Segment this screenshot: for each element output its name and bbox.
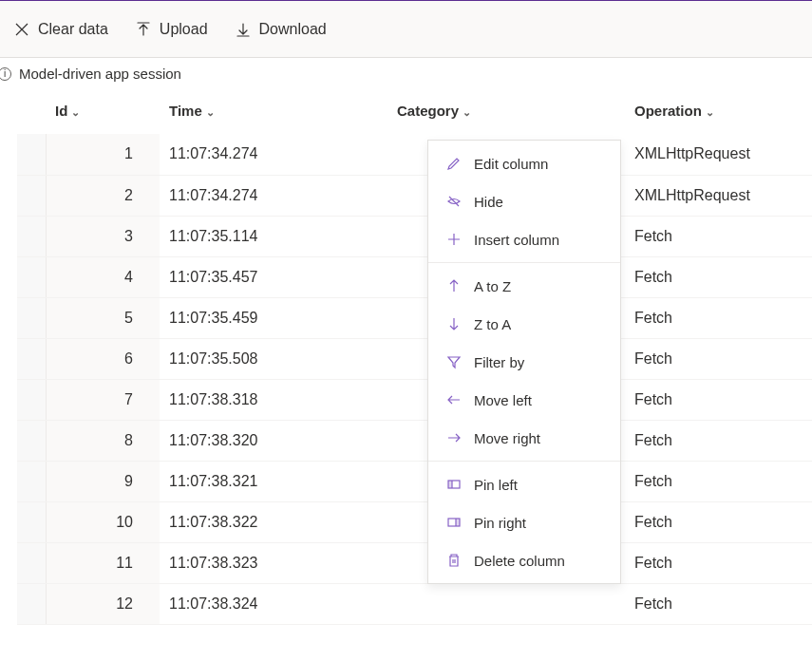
row-gutter	[17, 379, 46, 420]
table-row[interactable]: 111:07:34.274XMLHttpRequest	[17, 134, 812, 175]
row-gutter	[17, 338, 46, 379]
download-label: Download	[259, 21, 327, 38]
cell-time: 11:07:34.274	[160, 175, 387, 216]
table-row[interactable]: 411:07:35.457Fetch	[17, 256, 812, 297]
menu-insert-column[interactable]: Insert column	[428, 220, 620, 258]
upload-button[interactable]: Upload	[135, 21, 208, 38]
cell-id: 1	[46, 134, 160, 175]
menu-pin-left[interactable]: Pin left	[428, 465, 620, 503]
cell-time: 11:07:38.320	[160, 420, 387, 461]
cell-operation: Fetch	[625, 379, 812, 420]
cell-time: 11:07:34.274	[160, 134, 387, 175]
data-table: Id⌄ Time⌄ Category⌄ Operation⌄ 111:07:34…	[17, 89, 812, 625]
col-header-id[interactable]: Id⌄	[46, 89, 160, 134]
cell-id: 2	[46, 175, 160, 216]
row-gutter	[17, 175, 46, 216]
subheader: i Model-driven app session	[0, 58, 812, 89]
svg-rect-1	[448, 481, 452, 488]
menu-filter-by[interactable]: Filter by	[428, 343, 620, 381]
upload-label: Upload	[160, 21, 208, 38]
menu-label: Pin left	[474, 477, 518, 493]
clear-data-button[interactable]: Clear data	[13, 21, 108, 38]
menu-label: Move right	[474, 430, 540, 446]
cell-id: 5	[46, 297, 160, 338]
table-row[interactable]: 1011:07:38.322Fetch	[17, 501, 812, 542]
download-button[interactable]: Download	[235, 21, 327, 38]
chevron-down-icon: ⌄	[706, 106, 714, 119]
menu-edit-column[interactable]: Edit column	[428, 144, 620, 182]
menu-label: Move left	[474, 392, 532, 408]
cell-id: 9	[46, 461, 160, 501]
table-row[interactable]: 211:07:34.274XMLHttpRequest	[17, 175, 812, 216]
toolbar: Clear data Upload Download	[0, 1, 812, 58]
cell-operation: Fetch	[625, 583, 812, 624]
table-row[interactable]: 811:07:38.320Fetch	[17, 420, 812, 461]
cell-id: 3	[46, 216, 160, 256]
table-row[interactable]: 611:07:35.508Fetch	[17, 338, 812, 379]
session-title: Model-driven app session	[19, 66, 181, 82]
col-header-category[interactable]: Category⌄	[387, 89, 625, 134]
info-icon: i	[0, 67, 11, 81]
cell-operation: Fetch	[625, 461, 812, 501]
pin-left-icon	[445, 476, 463, 493]
menu-label: Delete column	[474, 553, 565, 569]
table-row[interactable]: 711:07:38.318Fetch	[17, 379, 812, 420]
cell-operation: Fetch	[625, 216, 812, 256]
chevron-down-icon: ⌄	[71, 106, 80, 119]
cell-time: 11:07:38.318	[160, 379, 387, 420]
row-gutter	[17, 134, 46, 175]
menu-sort-desc[interactable]: Z to A	[428, 305, 620, 343]
menu-delete-column[interactable]: Delete column	[428, 541, 620, 579]
table-row[interactable]: 311:07:35.114Fetch	[17, 216, 812, 256]
row-gutter	[17, 542, 46, 583]
pencil-icon	[445, 155, 463, 172]
cell-time: 11:07:38.323	[160, 542, 387, 583]
cell-operation: XMLHttpRequest	[625, 175, 812, 216]
cell-operation: Fetch	[625, 420, 812, 461]
arrow-down-icon	[445, 315, 463, 332]
row-gutter	[17, 216, 46, 256]
cell-time: 11:07:38.321	[160, 461, 387, 501]
menu-label: Edit column	[474, 156, 548, 172]
row-gutter	[17, 256, 46, 297]
cell-id: 12	[46, 583, 160, 624]
menu-move-left[interactable]: Move left	[428, 381, 620, 419]
cell-id: 6	[46, 338, 160, 379]
menu-sort-asc[interactable]: A to Z	[428, 267, 620, 305]
cell-time: 11:07:38.322	[160, 501, 387, 542]
svg-rect-3	[456, 519, 460, 526]
menu-label: Hide	[474, 194, 503, 210]
menu-label: Pin right	[474, 515, 526, 531]
cell-time: 11:07:35.459	[160, 297, 387, 338]
menu-label: Insert column	[474, 232, 559, 248]
row-gutter	[17, 501, 46, 542]
menu-move-right[interactable]: Move right	[428, 419, 620, 457]
col-header-operation[interactable]: Operation⌄	[625, 89, 812, 134]
download-icon	[235, 21, 252, 38]
row-gutter	[17, 461, 46, 501]
cell-id: 8	[46, 420, 160, 461]
table-row[interactable]: 1211:07:38.324Fetch	[17, 583, 812, 624]
menu-label: Z to A	[474, 316, 511, 332]
cell-category	[387, 583, 625, 624]
table-row[interactable]: 511:07:35.459Fetch	[17, 297, 812, 338]
chevron-down-icon: ⌄	[463, 106, 471, 119]
menu-label: Filter by	[474, 354, 524, 370]
col-header-time[interactable]: Time⌄	[160, 89, 387, 134]
table-row[interactable]: 911:07:38.321Fetch	[17, 461, 812, 501]
menu-pin-right[interactable]: Pin right	[428, 503, 620, 541]
cell-time: 11:07:38.324	[160, 583, 387, 624]
upload-icon	[135, 21, 152, 38]
cell-time: 11:07:35.114	[160, 216, 387, 256]
table-row[interactable]: 1111:07:38.323Fetch	[17, 542, 812, 583]
menu-hide[interactable]: Hide	[428, 182, 620, 220]
arrow-left-icon	[445, 391, 463, 408]
cell-operation: Fetch	[625, 338, 812, 379]
cell-time: 11:07:35.457	[160, 256, 387, 297]
hide-icon	[445, 193, 463, 210]
row-gutter	[17, 297, 46, 338]
clear-data-label: Clear data	[38, 21, 108, 38]
close-icon	[13, 21, 30, 38]
filter-icon	[445, 353, 463, 370]
cell-id: 11	[46, 542, 160, 583]
